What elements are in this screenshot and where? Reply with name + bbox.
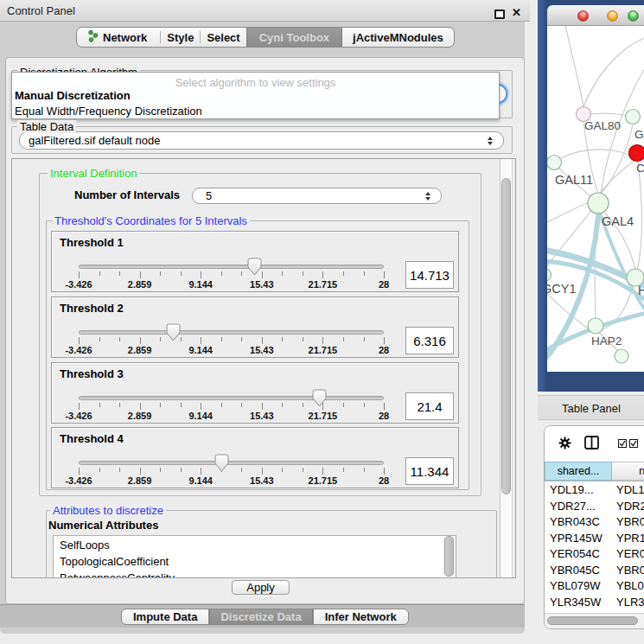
slider-tick-label: -3.426 (65, 279, 92, 290)
network-canvas[interactable]: GAL80 GA C GAL11 GAL4 GCY1 H HAP2 (547, 26, 644, 372)
slider-tick (119, 468, 120, 472)
apply-button[interactable]: Apply (232, 580, 290, 595)
column-header-shared-name[interactable]: shared... (545, 462, 612, 481)
gear-icon[interactable] (558, 437, 571, 450)
threshold-slider-track[interactable] (79, 265, 384, 269)
table-data-combobox[interactable]: galFiltered.sif default node (19, 131, 504, 150)
slider-tick-label: 2.859 (128, 475, 152, 486)
slider-tick (79, 468, 80, 475)
popup-item-equal-width[interactable]: Equal Width/Frequency Discretization (15, 105, 202, 118)
slider-tick (140, 468, 141, 475)
slider-tick (221, 337, 222, 341)
threshold-row: Threshold 3 -3.4262.8599.14415.4321.7152… (51, 362, 459, 424)
window-title: Control Panel (7, 4, 75, 17)
tab-discretize-data[interactable]: Discretize Data (209, 609, 312, 624)
node-label-ga: GA (634, 128, 644, 141)
cell-shared-name: YBL079W (550, 579, 601, 592)
table-row[interactable]: YDL19...YDL1 (545, 481, 644, 498)
threshold-slider-thumb[interactable] (247, 258, 262, 276)
zoom-traffic-light[interactable] (628, 10, 639, 22)
table-row[interactable]: YLR345WYLR3 (545, 594, 644, 610)
node-label-gcy1: GCY1 (547, 282, 577, 296)
threshold-value-field[interactable]: 6.316 (405, 327, 454, 354)
close-icon[interactable]: ✕ (512, 6, 521, 19)
tab-network[interactable]: Network (77, 28, 160, 47)
split-columns-icon[interactable] (584, 436, 599, 450)
float-window-icon[interactable] (494, 10, 505, 19)
main-scrollbar-thumb[interactable] (501, 178, 511, 494)
settings-scroll-area: Interval Definition Number of Intervals … (11, 158, 516, 578)
threshold-value-field[interactable]: 11.344 (405, 457, 454, 485)
tab-impute-data[interactable]: Impute Data (122, 609, 208, 624)
threshold-slider-thumb[interactable] (312, 389, 327, 407)
column-header-name[interactable]: name (612, 462, 644, 481)
tab-infer-network[interactable]: Infer Network (314, 609, 408, 624)
slider-tick (241, 468, 242, 472)
close-traffic-light[interactable] (577, 10, 589, 22)
threshold-row: Threshold 1 -3.4262.8599.14415.4321.7152… (51, 231, 459, 292)
threshold-slider-track[interactable] (79, 461, 384, 465)
popup-item-manual-discretization[interactable]: Manual Discretization (15, 89, 131, 102)
node-label-hap2: HAP2 (591, 335, 622, 348)
slider-tick (343, 468, 344, 472)
table-hscrollbar-thumb[interactable] (547, 616, 638, 625)
table-row[interactable]: YDR27...YDR2 (545, 498, 644, 514)
number-of-intervals-spinner[interactable]: 5 (192, 188, 442, 204)
node-gal4 (588, 193, 609, 214)
slider-tick (99, 403, 100, 407)
slider-tick (160, 337, 161, 341)
slider-tick (160, 468, 161, 472)
slider-tick-label: 28 (379, 411, 389, 421)
slider-tick-label: -3.426 (65, 411, 92, 421)
table-row[interactable]: YBR045CYBR0 (545, 562, 644, 578)
combo-arrows-icon (488, 137, 493, 145)
tab-cyni-toolbox[interactable]: Cyni Toolbox (246, 28, 342, 47)
attribute-list-item[interactable]: TopologicalCoefficient (54, 552, 456, 569)
slider-tick (99, 468, 100, 472)
checkboxes-icon[interactable] (618, 439, 638, 448)
network-graph (547, 26, 644, 372)
cell-name: YBL0 (616, 579, 644, 592)
table-panel-window: shared... name YDL19...YDL1YDR27...YDR2Y… (544, 425, 644, 629)
network-icon (87, 29, 99, 45)
slider-tick (262, 337, 263, 344)
attributes-group-title: Attributes to discretize (50, 504, 166, 517)
slider-tick (303, 337, 303, 341)
table-row[interactable]: YBR043CYBR0 (545, 513, 644, 530)
slider-tick (181, 403, 182, 407)
threshold-slider-thumb[interactable] (166, 323, 181, 341)
numerical-attributes-list[interactable]: SelfLoopsTopologicalCoefficientBetweenne… (53, 535, 456, 578)
table-row[interactable]: YBL079WYBL0 (545, 577, 644, 594)
tab-select[interactable]: Select (201, 28, 245, 47)
threshold-value-field[interactable]: 14.713 (405, 261, 454, 289)
threshold-slider-track[interactable] (79, 330, 384, 335)
slider-tick (282, 468, 283, 472)
threshold-slider-track[interactable] (79, 396, 384, 400)
tab-jactivemnodules[interactable]: jActiveMNodules (342, 28, 454, 47)
slider-tick (303, 403, 303, 407)
slider-tick (282, 337, 283, 341)
attribute-list-item[interactable]: BetweennessCentrality (54, 569, 456, 578)
node-green-topright (626, 110, 641, 124)
table-row[interactable]: YPR145WYPR1 (545, 530, 644, 546)
attributes-list-scrollbar-thumb[interactable] (444, 536, 454, 577)
cell-shared-name: YDL19... (550, 483, 594, 496)
threshold-value-field[interactable]: 21.4 (405, 392, 454, 420)
slider-tick (364, 271, 365, 276)
numerical-attributes-label: Numerical Attributes (48, 519, 158, 532)
table-data-title: Table Data (17, 120, 76, 133)
attribute-list-item[interactable]: SelfLoops (54, 536, 456, 552)
table-header: shared... name (545, 462, 644, 481)
slider-tick (303, 468, 303, 472)
minimize-traffic-light[interactable] (607, 10, 618, 22)
table-row[interactable]: YER054CYER0 (545, 545, 644, 562)
slider-tick-label: 21.715 (309, 411, 338, 421)
slider-tick (384, 403, 385, 410)
table-hscrollbar[interactable] (545, 613, 644, 628)
slider-tick-label: 9.144 (188, 279, 213, 290)
threshold-slider-thumb[interactable] (214, 454, 229, 472)
control-panel-titlebar: Control Panel ✕ (0, 0, 530, 22)
tab-style[interactable]: Style (161, 28, 200, 47)
cell-name: YPR1 (616, 532, 644, 545)
slider-tick-label: 15.43 (250, 345, 274, 355)
